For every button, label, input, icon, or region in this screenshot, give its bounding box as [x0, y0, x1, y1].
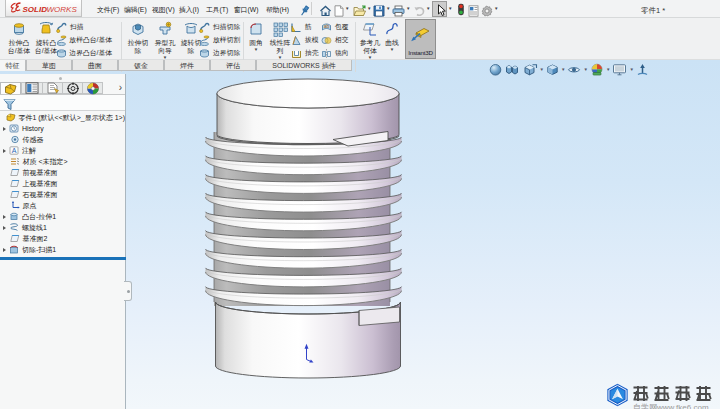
svg-text:ab: ab [324, 23, 330, 29]
svg-text:WORKS: WORKS [46, 4, 77, 13]
svg-text:A: A [12, 147, 17, 154]
svg-text:SOLID: SOLID [22, 4, 47, 13]
